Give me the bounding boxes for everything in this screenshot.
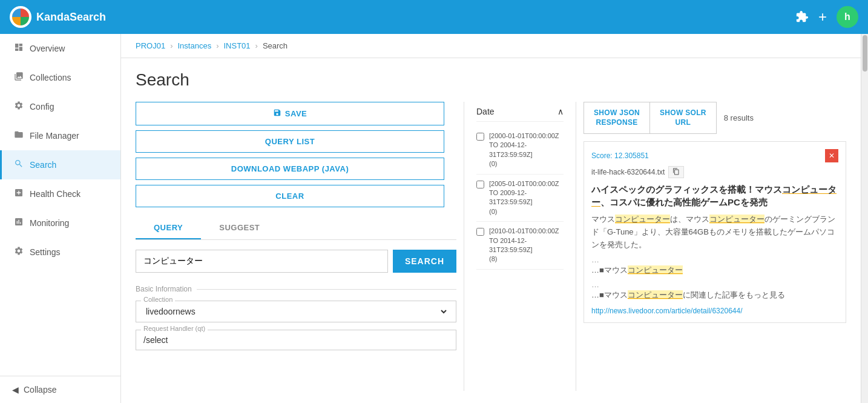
request-handler-field-group: Request Handler (qt) [136, 330, 456, 350]
collapse-label: Collapse [24, 385, 56, 395]
collapse-arrow-icon: ◀ [12, 385, 19, 395]
breadcrumb-sep-2: › [216, 41, 219, 50]
result-card-header: Score: 12.305851 ✕ [591, 149, 838, 162]
collection-label: Collection [141, 296, 175, 303]
query-input[interactable] [136, 250, 388, 273]
facet-checkbox-1[interactable] [476, 181, 484, 188]
facet-header: Date ∧ [476, 102, 564, 122]
result-delete-button[interactable]: ✕ [825, 149, 838, 162]
main-layout: Overview Collections Config File Manager… [0, 34, 868, 403]
plus-icon-button[interactable]: + [818, 8, 827, 25]
settings-icon [14, 246, 24, 258]
date-facet-panel: Date ∧ [2000-01-01T00:00:00ZTO 2004-12-3… [472, 102, 568, 391]
result-snippet-2-highlight: コンピューター [628, 265, 683, 275]
sidebar: Overview Collections Config File Manager… [0, 34, 121, 403]
logo-text: KandaSearch [36, 11, 106, 24]
config-icon [14, 101, 24, 113]
breadcrumb-proj[interactable]: PROJ01 [136, 41, 165, 50]
save-icon [273, 108, 281, 119]
result-snippet-3: …■マウスコンピューターに関連した記事をもっと見る [591, 289, 838, 302]
query-list-button[interactable]: QUERY LIST [136, 130, 444, 153]
sidebar-label-settings: Settings [30, 247, 61, 257]
facet-checkbox-0[interactable] [476, 133, 484, 141]
ellipsis-1: … [591, 255, 838, 264]
facet-range-0: [2000-01-01T00:00:00ZTO 2004-12-31T23:59… [489, 132, 564, 169]
facet-item-0: [2000-01-01T00:00:00ZTO 2004-12-31T23:59… [476, 127, 564, 175]
result-filename-row: it-life-hack-6320644.txt [591, 166, 838, 178]
facet-collapse-icon[interactable]: ∧ [557, 107, 564, 116]
save-button[interactable]: SAVE [136, 102, 444, 125]
breadcrumb-sep-3: › [255, 41, 258, 50]
sidebar-item-overview[interactable]: Overview [0, 34, 120, 63]
sidebar-label-overview: Overview [30, 44, 65, 53]
results-panel: SHOW JSON RESPONSE SHOW SOLR URL 8 resul… [584, 102, 846, 391]
overview-icon [14, 42, 24, 55]
tab-suggest[interactable]: SUGGEST [201, 217, 278, 239]
facet-date-label: Date [476, 107, 495, 116]
collection-select[interactable]: livedoornews [143, 306, 449, 317]
scrollbar-thumb[interactable] [863, 35, 867, 72]
sidebar-label-config: Config [30, 102, 54, 112]
breadcrumb-instances[interactable]: Instances [177, 41, 211, 50]
sidebar-item-monitoring[interactable]: Monitoring [0, 208, 120, 238]
facet-checkbox-2[interactable] [476, 228, 484, 236]
sidebar-label-file-manager: File Manager [30, 131, 79, 141]
collections-icon [14, 72, 24, 84]
request-handler-input[interactable] [143, 335, 449, 345]
result-copy-button[interactable] [668, 166, 684, 178]
result-snippet-2: …■マウスコンピューター [591, 264, 838, 277]
tab-query[interactable]: QUERY [136, 217, 201, 239]
result-title-highlight: コンピューター [591, 184, 837, 207]
page-title: Search [136, 70, 846, 90]
results-header: SHOW JSON RESPONSE SHOW SOLR URL 8 resul… [584, 102, 846, 134]
result-score: Score: 12.305851 [591, 152, 649, 160]
sidebar-item-search[interactable]: Search [0, 150, 120, 179]
result-snippet-3-highlight: コンピューター [628, 290, 683, 299]
search-button[interactable]: SEARCH [393, 250, 456, 273]
basic-info-label: Basic Information [136, 285, 456, 293]
monitoring-icon [14, 217, 24, 229]
search-input-row: SEARCH [136, 250, 456, 273]
breadcrumb-inst01[interactable]: INST01 [223, 41, 250, 50]
puzzle-icon-button[interactable] [795, 10, 809, 24]
collection-field-group: Collection livedoornews [136, 301, 456, 322]
result-card-0: Score: 12.305851 ✕ it-life-hack-6320644.… [584, 141, 846, 323]
request-handler-label: Request Handler (qt) [141, 325, 208, 332]
v-divider-1 [464, 102, 464, 391]
header-actions: + h [795, 6, 858, 28]
clear-button[interactable]: CLEAR [136, 185, 444, 207]
result-url[interactable]: http://news.livedoor.com/article/detail/… [591, 307, 742, 315]
health-check-icon [14, 188, 24, 200]
breadcrumb-current: Search [263, 41, 288, 50]
sidebar-item-health-check[interactable]: Health Check [0, 179, 120, 208]
ellipsis-2: … [591, 280, 838, 289]
collapse-button[interactable]: ◀ Collapse [0, 376, 120, 403]
sidebar-item-settings[interactable]: Settings [0, 238, 120, 267]
sidebar-item-config[interactable]: Config [0, 92, 120, 121]
scrollbar-track[interactable] [861, 34, 868, 403]
facet-item-1: [2005-01-01T00:00:00ZTO 2009-12-31T23:59… [476, 175, 564, 222]
sidebar-label-collections: Collections [30, 73, 71, 82]
download-webapp-button[interactable]: DOWNLOAD WEBAPP (JAVA) [136, 158, 444, 180]
sidebar-label-health-check: Health Check [30, 189, 81, 199]
show-solr-button[interactable]: SHOW SOLR URL [650, 102, 716, 133]
logo-area: KandaSearch [10, 6, 106, 28]
facet-range-2: [2010-01-01T00:00:00ZTO 2014-12-31T23:59… [489, 227, 564, 264]
breadcrumb-sep-1: › [170, 41, 173, 50]
results-header-buttons: SHOW JSON RESPONSE SHOW SOLR URL [584, 102, 717, 134]
facet-range-1: [2005-01-01T00:00:00ZTO 2009-12-31T23:59… [489, 179, 564, 217]
avatar[interactable]: h [837, 6, 858, 28]
result-snippet-1: マウスコンピューターは、マウスコンピューターのゲーミングブランド「G-Tune」… [591, 213, 838, 251]
show-json-button[interactable]: SHOW JSON RESPONSE [584, 102, 650, 133]
result-snippet-1-highlight-1: コンピューター [615, 215, 670, 224]
sidebar-item-file-manager[interactable]: File Manager [0, 121, 120, 150]
sidebar-label-monitoring: Monitoring [30, 218, 69, 228]
sidebar-item-collections[interactable]: Collections [0, 63, 120, 92]
file-manager-icon [14, 130, 24, 142]
results-count: 8 results [724, 113, 754, 122]
facet-item-2: [2010-01-01T00:00:00ZTO 2014-12-31T23:59… [476, 222, 564, 270]
search-nav-icon [14, 159, 24, 171]
left-panel: SAVE QUERY LIST DOWNLOAD WEBAPP (JAVA) C… [136, 102, 456, 391]
header: KandaSearch + h [0, 0, 868, 34]
sidebar-label-search: Search [30, 160, 56, 170]
